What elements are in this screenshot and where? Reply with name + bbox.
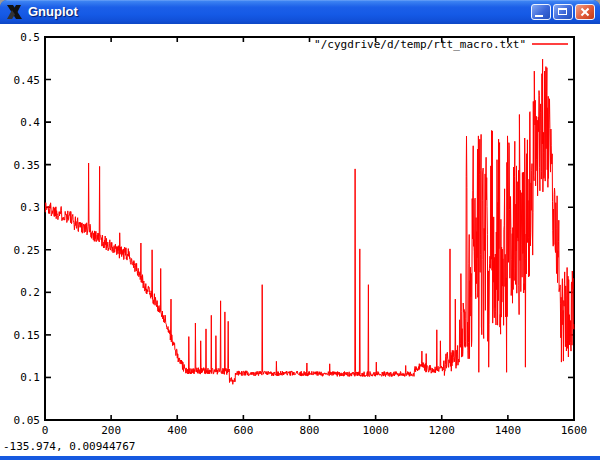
maximize-icon: [558, 8, 567, 15]
minimize-button[interactable]: [531, 4, 551, 20]
y-tick-label: 0.05: [14, 414, 41, 427]
y-tick-label: 0.3: [20, 201, 40, 214]
y-tick-label: 0.45: [14, 74, 41, 87]
window-title: Gnuplot: [28, 0, 78, 24]
x-tick-label: 0: [42, 424, 49, 437]
x-tick-label: 1400: [495, 424, 522, 437]
rtt-series-line: [45, 59, 574, 384]
y-tick-label: 0.4: [20, 116, 40, 129]
legend-label: "/cygdrive/d/temp/rtt_macro.txt": [314, 38, 526, 51]
x-tick-label: 200: [101, 424, 121, 437]
title-bar[interactable]: Gnuplot: [0, 0, 600, 24]
gnuplot-window: Gnuplot 020040060080010001200140016000.0…: [0, 0, 600, 460]
x-tick-label: 1600: [561, 424, 588, 437]
x-tick-label: 600: [233, 424, 253, 437]
y-tick-label: 0.2: [20, 286, 40, 299]
maximize-button[interactable]: [553, 4, 573, 20]
x-tick-label: 400: [167, 424, 187, 437]
y-tick-label: 0.25: [14, 244, 41, 257]
close-icon: [576, 5, 594, 19]
plot-client-area: 020040060080010001200140016000.050.10.15…: [0, 24, 600, 456]
status-bar: -135.974, 0.00944767: [0, 439, 600, 456]
x-tick-label: 1200: [429, 424, 456, 437]
minimize-icon: [535, 15, 543, 17]
close-button[interactable]: [575, 4, 595, 20]
y-tick-label: 0.15: [14, 329, 41, 342]
y-tick-label: 0.5: [20, 31, 40, 44]
y-tick-label: 0.35: [14, 159, 41, 172]
plot-border: [45, 37, 574, 420]
x11-icon[interactable]: [5, 3, 24, 21]
mouse-coordinates-readout: -135.974, 0.00944767: [3, 440, 135, 453]
x-tick-label: 800: [300, 424, 320, 437]
plot-canvas[interactable]: 020040060080010001200140016000.050.10.15…: [0, 24, 592, 439]
window-controls: [531, 4, 595, 20]
x-tick-label: 1000: [362, 424, 389, 437]
y-tick-label: 0.1: [20, 371, 40, 384]
